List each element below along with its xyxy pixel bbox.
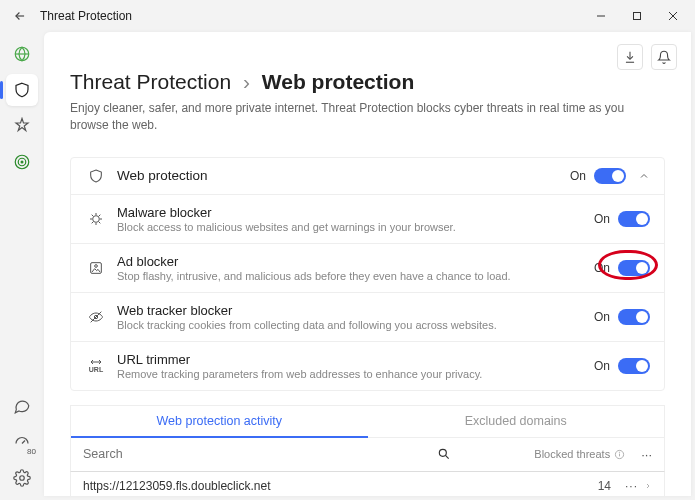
minimize-button[interactable] — [583, 2, 619, 30]
svg-rect-1 — [634, 13, 641, 20]
main-content: Threat Protection › Web protection Enjoy… — [44, 32, 691, 496]
activity-search-row: Blocked threats ··· — [70, 438, 665, 472]
feature-row-malware-blocker: Malware blocker Block access to maliciou… — [71, 194, 664, 243]
download-button[interactable] — [617, 44, 643, 70]
column-more-dots-icon[interactable]: ··· — [641, 447, 652, 462]
activity-tabs: Web protection activity Excluded domains — [70, 405, 665, 438]
row-more-dots-icon[interactable]: ··· — [625, 479, 638, 493]
sidebar-item-globe[interactable] — [6, 38, 38, 70]
row-chevron-icon[interactable] — [644, 482, 652, 490]
svg-line-23 — [445, 456, 448, 459]
feature-title: Web tracker blocker — [117, 303, 594, 318]
feature-state: On — [594, 310, 610, 324]
search-input[interactable] — [83, 447, 413, 461]
sidebar-item-target[interactable] — [6, 146, 38, 178]
feature-state: On — [594, 212, 610, 226]
svg-line-15 — [99, 222, 100, 223]
ad-blocker-icon — [85, 260, 107, 276]
ad-blocker-toggle[interactable] — [618, 260, 650, 276]
feature-subtitle: Remove tracking parameters from web addr… — [117, 368, 594, 380]
malware-icon — [85, 211, 107, 227]
sidebar-meter-badge: 80 — [27, 447, 36, 456]
features-panel: Web protection On Malware blocker Block … — [70, 157, 665, 391]
web-tracker-blocker-toggle[interactable] — [618, 309, 650, 325]
sidebar-item-shield[interactable] — [6, 74, 38, 106]
url-trimmer-toggle[interactable] — [618, 358, 650, 374]
maximize-button[interactable] — [619, 2, 655, 30]
tab-excluded-domains[interactable]: Excluded domains — [368, 406, 665, 438]
svg-line-14 — [92, 214, 93, 215]
feature-state: On — [594, 359, 610, 373]
sidebar: 80 — [0, 32, 44, 500]
svg-point-22 — [439, 450, 446, 457]
activity-row: https://12123059.fls.doubleclick.net 14 … — [70, 472, 665, 496]
back-button[interactable] — [4, 9, 36, 23]
feature-title: Malware blocker — [117, 205, 594, 220]
sidebar-item-settings[interactable] — [6, 462, 38, 494]
feature-row-ad-blocker: Ad blocker Stop flashy, intrusive, and m… — [71, 243, 664, 292]
feature-row-web-tracker-blocker: Web tracker blocker Block tracking cooki… — [71, 292, 664, 341]
chevron-up-icon[interactable] — [638, 170, 650, 182]
sidebar-item-star[interactable] — [6, 110, 38, 142]
activity-count: 14 — [598, 479, 611, 493]
svg-line-17 — [99, 214, 100, 215]
tab-web-protection-activity[interactable]: Web protection activity — [71, 406, 368, 438]
svg-point-19 — [95, 264, 98, 267]
breadcrumb-separator-icon: › — [243, 70, 250, 93]
header-row-title: Web protection — [117, 168, 570, 183]
blocked-threats-column-header[interactable]: Blocked threats — [534, 448, 625, 460]
feature-state: On — [594, 261, 610, 275]
sidebar-item-meter[interactable]: 80 — [6, 426, 38, 458]
svg-point-9 — [93, 215, 100, 222]
header-row-state: On — [570, 169, 586, 183]
sidebar-item-chat[interactable] — [6, 390, 38, 422]
breadcrumb-leaf: Web protection — [262, 70, 414, 93]
web-protection-toggle[interactable] — [594, 168, 626, 184]
page-description: Enjoy cleaner, safer, and more private i… — [70, 100, 630, 135]
tracker-icon — [85, 309, 107, 325]
activity-url: https://12123059.fls.doubleclick.net — [83, 479, 436, 493]
svg-line-16 — [92, 222, 93, 223]
close-button[interactable] — [655, 2, 691, 30]
svg-point-8 — [20, 476, 25, 481]
feature-row-url-trimmer: URL URL trimmer Remove tracking paramete… — [71, 341, 664, 390]
feature-subtitle: Stop flashy, intrusive, and malicious ad… — [117, 270, 594, 282]
feature-subtitle: Block access to malicious websites and g… — [117, 221, 594, 233]
url-trimmer-icon: URL — [85, 359, 107, 373]
malware-blocker-toggle[interactable] — [618, 211, 650, 227]
svg-point-7 — [21, 161, 23, 163]
notifications-button[interactable] — [651, 44, 677, 70]
breadcrumb-root[interactable]: Threat Protection — [70, 70, 231, 93]
info-icon — [614, 449, 625, 460]
feature-subtitle: Block tracking cookies from collecting d… — [117, 319, 594, 331]
search-icon[interactable] — [437, 447, 451, 461]
shield-icon — [85, 168, 107, 184]
web-protection-header-row[interactable]: Web protection On — [71, 158, 664, 194]
window-title: Threat Protection — [36, 9, 583, 23]
feature-title: URL trimmer — [117, 352, 594, 367]
breadcrumb: Threat Protection › Web protection — [70, 70, 665, 94]
feature-title: Ad blocker — [117, 254, 594, 269]
